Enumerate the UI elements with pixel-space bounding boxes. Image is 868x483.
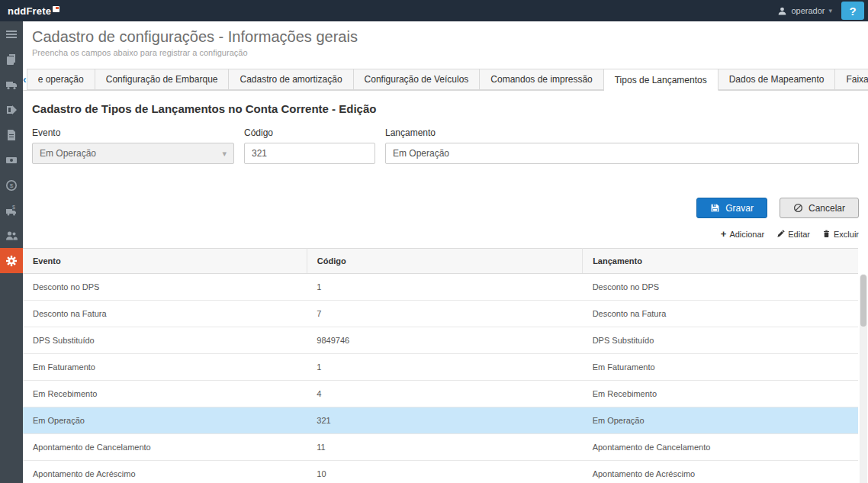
delete-row-button[interactable]: Excluir (822, 230, 859, 239)
cell-evento: Desconto na Fatura (23, 301, 307, 327)
tab-cadastro-de-amortizacao[interactable]: Cadastro de amortização (229, 69, 353, 90)
freight-money-icon: $ (5, 204, 18, 217)
table-row[interactable]: Desconto no DPS 1 Desconto no DPS (23, 274, 858, 301)
svg-text:$: $ (12, 204, 15, 210)
table-row[interactable]: Apontamento de Acréscimo 10 Apontamento … (23, 461, 858, 483)
help-button[interactable]: ? (841, 2, 864, 20)
sidebar-item-export[interactable] (0, 97, 23, 122)
tab-label: Tipos de Lançamentos (615, 75, 707, 85)
lancamento-label: Lançamento (385, 127, 859, 138)
delete-row-label: Excluir (834, 230, 859, 239)
sidebar-item-settings[interactable] (0, 248, 23, 273)
banknote-icon (5, 154, 18, 166)
user-caret-icon: ▾ (828, 7, 832, 14)
cell-codigo: 7 (307, 301, 582, 327)
cell-evento: Em Operação (23, 407, 307, 434)
lancamento-input[interactable] (385, 143, 859, 164)
svg-text:$: $ (10, 182, 14, 189)
tab-label: Comandos de impressão (490, 74, 592, 85)
users-icon (5, 230, 18, 242)
cell-lancamento: Em Recebimento (583, 381, 858, 407)
sidebar-item-freight-money[interactable]: $ (0, 198, 23, 223)
settings-gear-icon (5, 255, 18, 267)
cancel-button[interactable]: Cancelar (780, 198, 859, 218)
tab-label: Dados de Mapeamento (729, 74, 825, 85)
form-row: Evento Em Operação ▾ Código Lançamento (32, 127, 859, 164)
column-header-codigo[interactable]: Código (307, 249, 582, 274)
evento-select[interactable]: Em Operação ▾ (32, 143, 234, 164)
evento-select-value: Em Operação (40, 148, 96, 159)
table-header-row: Evento Código Lançamento (23, 249, 858, 274)
topbar-right: operador ▾ ? (768, 0, 868, 21)
table-row[interactable]: Em Recebimento 4 Em Recebimento (23, 381, 858, 407)
coin-icon: $ (5, 179, 18, 192)
tab-tipos-de-lancamentos[interactable]: Tipos de Lançamentos (604, 69, 719, 91)
add-row-label: Adicionar (729, 230, 764, 239)
tab-label: Faixas de Aging (846, 74, 868, 85)
tab-label: Configuração de Veículos (365, 74, 469, 85)
truck-icon (5, 79, 18, 91)
table-row[interactable]: Apontamento de Cancelamento 11 Apontamen… (23, 434, 858, 461)
sidebar-item-menu[interactable] (0, 21, 23, 47)
field-evento: Evento Em Operação ▾ (32, 127, 234, 164)
codigo-input[interactable] (244, 143, 375, 164)
cell-evento: Em Recebimento (23, 381, 307, 407)
tab-label: Configuração de Embarque (106, 74, 218, 85)
sidebar-item-coin[interactable]: $ (0, 172, 23, 198)
table-row-selected[interactable]: Em Operação 321 Em Operação (23, 407, 858, 434)
tab-configuracao-de-embarque[interactable]: Configuração de Embarque (95, 69, 230, 90)
sidebar-item-users[interactable] (0, 223, 23, 248)
cell-evento: Desconto no DPS (23, 274, 307, 301)
cancel-icon (793, 203, 803, 213)
sidebar-item-documents[interactable] (0, 47, 23, 72)
table-row[interactable]: DPS Substituído 9849746 DPS Substituído (23, 327, 858, 354)
column-header-lancamento[interactable]: Lançamento (583, 249, 858, 274)
cell-codigo: 9849746 (307, 327, 582, 354)
trash-icon (822, 230, 831, 238)
evento-label: Evento (32, 127, 234, 138)
save-button-label: Gravar (725, 203, 754, 214)
sidebar-item-report[interactable] (0, 122, 23, 147)
cell-codigo: 11 (307, 434, 582, 461)
tab-label: Cadastro de amortização (240, 74, 342, 85)
table-wrap: Evento Código Lançamento Desconto no DPS… (23, 248, 868, 483)
add-row-button[interactable]: + Adicionar (721, 229, 764, 239)
field-codigo: Código (244, 127, 375, 164)
cell-lancamento: Apontamento de Cancelamento (583, 434, 858, 461)
user-menu[interactable]: operador ▾ (768, 0, 841, 21)
edit-row-button[interactable]: Editar (776, 230, 810, 239)
tab-comandos-de-impressao[interactable]: Comandos de impressão (480, 69, 603, 90)
save-button[interactable]: Gravar (696, 198, 767, 218)
tab-label: e operação (38, 74, 84, 85)
help-label: ? (849, 5, 856, 18)
user-name: operador (791, 6, 825, 15)
table-actions: + Adicionar Editar Excluir (32, 229, 859, 239)
topbar: nddFrete operador ▾ ? (0, 0, 868, 21)
tab-faixas-de-aging[interactable]: Faixas de Aging (835, 69, 868, 90)
page-title: Cadastro de configurações - Informações … (32, 28, 868, 46)
cell-evento: DPS Substituído (23, 327, 307, 354)
plus-icon: + (721, 229, 727, 239)
buttons-row: Gravar Cancelar (32, 198, 859, 218)
sidebar-item-banknote[interactable] (0, 147, 23, 172)
tab-configuracao-de-veiculos[interactable]: Configuração de Veículos (354, 69, 481, 90)
main-area: Cadastro de configurações - Informações … (23, 21, 868, 483)
app-logo-flag-icon (53, 6, 59, 12)
cell-lancamento: Em Faturamento (583, 354, 858, 381)
table-row[interactable]: Em Faturamento 1 Em Faturamento (23, 354, 858, 381)
tab-dados-de-mapeamento[interactable]: Dados de Mapeamento (719, 69, 836, 90)
section-heading: Cadastro de Tipos de Lançamentos no Cont… (32, 102, 859, 115)
cell-codigo: 10 (307, 461, 582, 483)
lancamentos-table: Evento Código Lançamento Desconto no DPS… (23, 248, 858, 483)
table-scrollbar-thumb[interactable] (860, 275, 866, 327)
column-header-evento[interactable]: Evento (23, 249, 307, 274)
cell-evento: Apontamento de Acréscimo (23, 461, 307, 483)
table-row[interactable]: Desconto na Fatura 7 Desconto na Fatura (23, 301, 858, 327)
cancel-button-label: Cancelar (809, 203, 845, 214)
cell-codigo: 321 (307, 407, 582, 434)
edit-row-label: Editar (788, 230, 810, 239)
sidebar-item-truck[interactable] (0, 72, 23, 97)
table-scrollbar[interactable] (860, 274, 867, 483)
tab-modos-de-operacao[interactable]: e operação (27, 69, 95, 90)
cell-codigo: 1 (307, 354, 582, 381)
